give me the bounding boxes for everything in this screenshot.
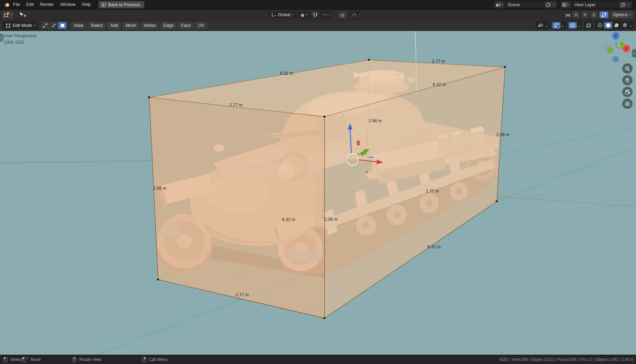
tool-settings-bar: ▾ Global ▾ <box>0 10 636 20</box>
viewport-3d-scene[interactable] <box>0 0 636 364</box>
back-to-previous-button[interactable]: Back to Previous <box>99 1 144 8</box>
menu-uv[interactable]: UV <box>195 22 207 29</box>
menu-help[interactable]: Help <box>79 0 94 9</box>
chevron-right-icon: › <box>1 35 3 40</box>
dimension-label: 6.32 m <box>433 82 446 87</box>
mirror-icon: ⋈ <box>565 12 571 18</box>
menu-edit[interactable]: Edit <box>23 0 37 9</box>
axis-label-y: Y <box>621 43 623 46</box>
transform-snap-toggle[interactable] <box>599 11 608 18</box>
menu-face[interactable]: Face <box>178 22 194 29</box>
view-perspective-label: User Perspective <box>4 33 37 38</box>
pivot-point-dropdown[interactable]: ◉ ▾ <box>298 11 310 19</box>
visibility-eye-cone-icon <box>537 23 543 28</box>
edge-select-button[interactable] <box>50 22 58 29</box>
dimension-label: 6.32 m <box>280 71 293 76</box>
pivot-icon: ◉ <box>300 13 304 17</box>
show-overlays-toggle[interactable] <box>568 22 577 29</box>
rendered-sphere-icon <box>622 23 627 28</box>
navigation-gizmo[interactable]: Y Z X <box>598 30 636 66</box>
view-layer-browse-button[interactable]: ▾ <box>561 1 571 8</box>
menu-edge[interactable]: Edge <box>160 22 176 29</box>
chevron-down-icon: ▾ <box>502 3 503 6</box>
hint-label: Select <box>10 357 22 362</box>
snap-magnet-icon[interactable] <box>312 12 318 18</box>
vertex-select-button[interactable] <box>41 22 49 29</box>
magnifier-icon <box>625 66 630 72</box>
dimension-label: 2.77 m <box>432 59 445 64</box>
chevron-down-icon: ▾ <box>327 13 329 16</box>
rendered-shading-button[interactable] <box>620 22 629 29</box>
overlays-icon <box>570 23 575 28</box>
hint-label: Call Menu <box>149 357 167 362</box>
proportional-editing-icon: ◎ <box>340 13 344 17</box>
overlays-dropdown[interactable]: ▾ <box>568 21 582 29</box>
mouse-right-icon <box>142 357 146 363</box>
viewport-menus: View Select Add Mesh Vertex Edge Face UV <box>71 22 207 29</box>
orientation-label: Global <box>278 12 290 17</box>
menu-window[interactable]: Window <box>57 0 79 9</box>
tweak-move-tool-icon[interactable] <box>19 12 26 18</box>
hand-icon <box>625 77 630 83</box>
scene-name-field[interactable]: Scene <box>504 1 544 8</box>
back-to-previous-label: Back to Previous <box>108 2 141 7</box>
solid-shading-button[interactable] <box>604 22 612 29</box>
edit-mode-icon <box>6 23 11 28</box>
unlink-scene-icon[interactable]: × <box>552 2 556 7</box>
mode-dropdown[interactable]: Edit Mode ▾ <box>3 21 38 30</box>
material-sphere-icon <box>614 23 619 28</box>
menu-add[interactable]: Add <box>107 22 121 29</box>
face-select-button[interactable] <box>58 22 66 29</box>
face-select-icon <box>60 23 65 28</box>
status-bar: Select Move Rotate View Call Menu SIZE <box>0 355 636 364</box>
edge-select-icon <box>51 23 56 28</box>
chevron-down-icon: ▾ <box>34 24 35 27</box>
hint-label: Move <box>31 357 41 362</box>
view-layer-name-field[interactable]: View Layer <box>571 1 619 8</box>
sidebar-toggle[interactable]: ‹ <box>632 49 636 58</box>
mirror-x-toggle[interactable]: X <box>573 11 579 18</box>
dimension-label: 6.32 m <box>428 245 441 249</box>
scene-statistics: SIZE | Verts:8/8 | Edges:12/12 | Faces:6… <box>499 355 633 364</box>
orthographic-toggle-button[interactable] <box>622 98 633 109</box>
chevron-down-icon: ▾ <box>568 3 570 6</box>
material-preview-button[interactable] <box>612 22 620 29</box>
chevron-down-icon: ▾ <box>306 13 308 16</box>
mirror-z-toggle[interactable]: Z <box>591 11 597 18</box>
pan-button[interactable] <box>622 75 633 85</box>
gizmo-plane-handle-x <box>357 141 360 145</box>
chevron-left-icon: ‹ <box>633 51 635 55</box>
camera-view-button[interactable] <box>622 87 633 97</box>
options-dropdown[interactable]: Options ▾ <box>611 11 633 19</box>
new-view-layer-icon[interactable] <box>620 2 625 7</box>
proportional-falloff-dropdown[interactable]: ▾ <box>349 11 363 19</box>
xray-icon <box>586 23 591 28</box>
snap-target-dropdown[interactable]: ∷ ▾ <box>320 11 331 19</box>
remove-view-layer-icon[interactable]: × <box>627 2 630 7</box>
wireframe-sphere-icon <box>597 23 603 28</box>
show-gizmo-toggle[interactable] <box>552 22 561 29</box>
xray-toggle[interactable] <box>584 21 593 29</box>
menu-select[interactable]: Select <box>88 22 106 29</box>
view-layer-icon <box>562 2 567 7</box>
menu-file[interactable]: File <box>10 0 23 9</box>
proportional-editing-button[interactable]: ◎ <box>338 11 347 19</box>
active-tool-button[interactable]: ▾ <box>2 11 14 19</box>
chevron-down-icon: ▾ <box>578 25 579 28</box>
blender-logo-icon[interactable] <box>3 1 10 8</box>
new-scene-icon[interactable] <box>546 2 551 7</box>
hint-rotate-view: Rotate View <box>72 355 101 364</box>
menu-vertex[interactable]: Vertex <box>141 22 159 29</box>
scene-browse-button[interactable]: ▾ <box>494 1 504 8</box>
menu-view[interactable]: View <box>71 22 86 29</box>
menu-render[interactable]: Render <box>37 0 57 9</box>
blender-window: User Perspective (284) SIZE 2.77 m 6.32 … <box>0 0 636 364</box>
transform-orientation-dropdown[interactable]: Global ▾ <box>269 11 296 19</box>
mirror-y-toggle[interactable]: Y <box>582 11 588 18</box>
zoom-button[interactable] <box>622 63 633 74</box>
menu-mesh[interactable]: Mesh <box>122 22 139 29</box>
dimension-label: 2.56 m <box>369 118 382 123</box>
object-visibility-dropdown[interactable]: ▾ <box>535 21 550 29</box>
wireframe-shading-button[interactable] <box>596 22 604 29</box>
gizmos-dropdown[interactable]: ▾ <box>552 21 566 29</box>
